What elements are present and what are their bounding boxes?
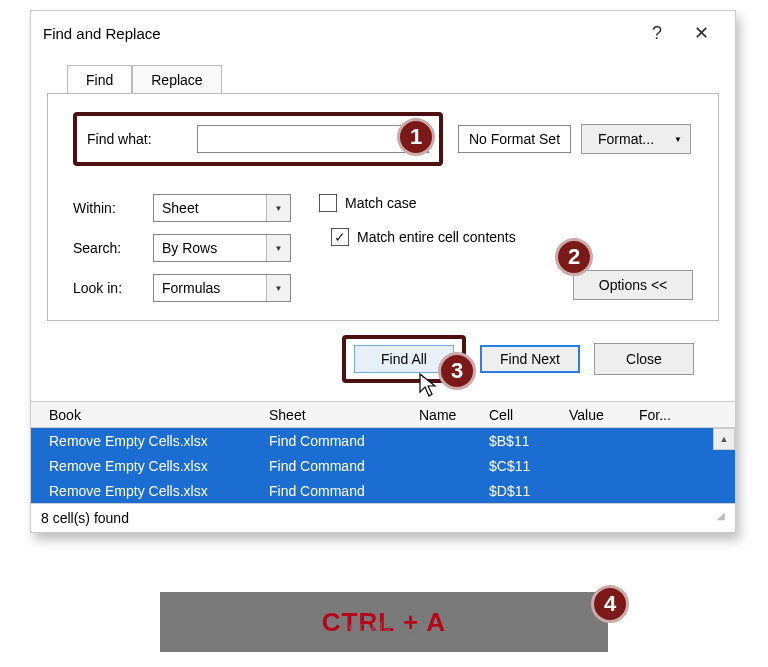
results-list: Book Sheet Name Cell Value For... ▲ Remo… <box>31 401 735 503</box>
dialog-title: Find and Replace <box>43 25 161 42</box>
col-formula[interactable]: For... <box>631 407 671 423</box>
dialog-titlebar: Find and Replace ? ✕ <box>31 11 735 55</box>
results-row[interactable]: Remove Empty Cells.xlsxFind Command$D$11 <box>31 478 735 503</box>
chevron-down-icon[interactable]: ▼ <box>266 235 290 261</box>
find-what-input[interactable] <box>198 126 404 152</box>
tab-replace[interactable]: Replace <box>132 65 221 94</box>
find-what-row: Find what: ▼ <box>73 112 443 166</box>
format-button[interactable]: Format... ▼ <box>581 124 691 154</box>
results-row[interactable]: Remove Empty Cells.xlsxFind Command$C$11 <box>31 453 735 478</box>
annotation-badge-3: 3 <box>438 352 476 390</box>
format-preview: No Format Set <box>458 125 571 153</box>
find-next-button[interactable]: Find Next <box>480 345 580 373</box>
chevron-down-icon[interactable]: ▼ <box>266 195 290 221</box>
lookin-dropdown[interactable]: Formulas ▼ <box>153 274 291 302</box>
cursor-icon <box>418 372 440 398</box>
help-button[interactable]: ? <box>635 11 679 55</box>
col-book[interactable]: Book <box>41 407 261 423</box>
find-what-combo[interactable]: ▼ <box>197 125 429 153</box>
match-case-checkbox[interactable] <box>319 194 337 212</box>
search-label: Search: <box>73 240 153 256</box>
chevron-down-icon[interactable]: ▼ <box>674 135 682 144</box>
tab-find[interactable]: Find <box>67 65 132 94</box>
chevron-down-icon[interactable]: ▼ <box>266 275 290 301</box>
resize-grip-icon[interactable]: ◢ <box>717 510 725 526</box>
col-cell[interactable]: Cell <box>481 407 561 423</box>
col-value[interactable]: Value <box>561 407 631 423</box>
status-text: 8 cell(s) found <box>41 510 129 526</box>
find-replace-dialog: Find and Replace ? ✕ Find Replace Find w… <box>30 10 736 533</box>
watermark-text: exceldemy <box>349 620 419 634</box>
status-bar: 8 cell(s) found ◢ <box>31 503 735 532</box>
col-sheet[interactable]: Sheet <box>261 407 411 423</box>
close-button[interactable]: Close <box>594 343 694 375</box>
close-icon[interactable]: ✕ <box>679 11 723 55</box>
shortcut-banner: CTRL + A exceldemy <box>160 592 608 652</box>
find-what-label: Find what: <box>87 131 197 147</box>
scroll-up-icon[interactable]: ▲ <box>713 428 735 450</box>
match-entire-checkbox[interactable] <box>331 228 349 246</box>
within-label: Within: <box>73 200 153 216</box>
options-button[interactable]: Options << <box>573 270 693 300</box>
results-header: Book Sheet Name Cell Value For... <box>31 402 735 428</box>
annotation-badge-4: 4 <box>591 585 629 623</box>
within-dropdown[interactable]: Sheet ▼ <box>153 194 291 222</box>
match-entire-label: Match entire cell contents <box>357 229 516 245</box>
lookin-label: Look in: <box>73 280 153 296</box>
match-case-label: Match case <box>345 195 417 211</box>
results-row[interactable]: Remove Empty Cells.xlsxFind Command$B$11 <box>31 428 735 453</box>
annotation-badge-2: 2 <box>555 238 593 276</box>
col-name[interactable]: Name <box>411 407 481 423</box>
search-dropdown[interactable]: By Rows ▼ <box>153 234 291 262</box>
annotation-badge-1: 1 <box>397 118 435 156</box>
